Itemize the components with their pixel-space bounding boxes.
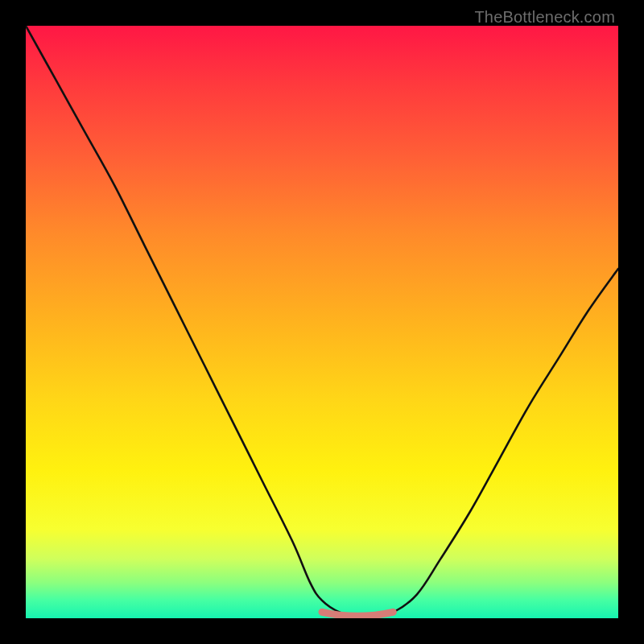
bottleneck-curve-svg <box>26 26 618 618</box>
bottleneck-curve-path <box>26 26 618 616</box>
attribution-label: TheBottleneck.com <box>474 8 615 27</box>
flat-region-marker <box>322 612 393 616</box>
plot-area <box>26 26 618 618</box>
chart-frame: TheBottleneck.com <box>0 0 644 644</box>
